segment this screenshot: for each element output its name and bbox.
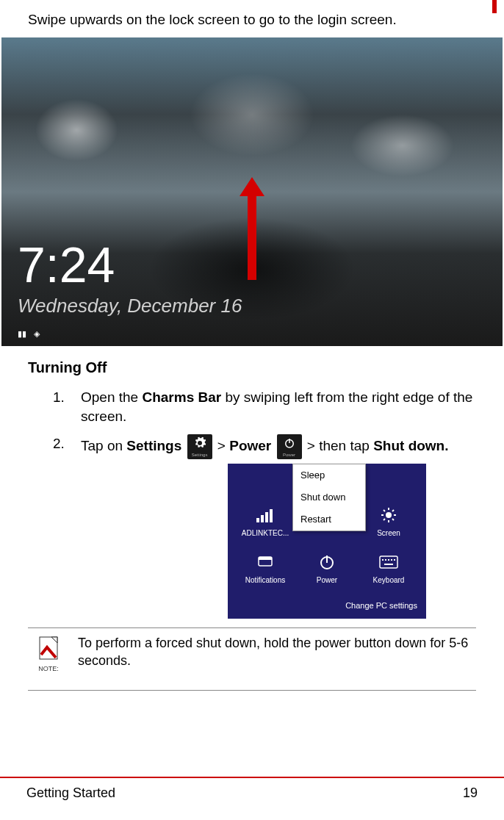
notifications-tile[interactable]: Notifications [237, 552, 294, 586]
power-icon: Power [277, 434, 302, 459]
tile-label: Screen [377, 528, 400, 539]
change-pc-settings-link[interactable]: Change PC settings [237, 600, 417, 611]
svg-rect-21 [380, 556, 397, 568]
power-menu-shutdown[interactable]: Shut down [293, 486, 365, 508]
lockscreen-time: 7:24 [18, 236, 115, 293]
power-menu-sleep[interactable]: Sleep [293, 464, 365, 486]
screen-tile[interactable]: Screen [360, 505, 417, 539]
tile-label: Notifications [245, 575, 285, 586]
page-edge-marker [492, 0, 497, 13]
svg-point-8 [386, 512, 392, 518]
swipe-up-arrow-icon [240, 177, 264, 280]
svg-rect-18 [259, 557, 272, 560]
network-tile[interactable]: ADLINKTEC... [237, 505, 294, 539]
step-body: Open the Charms Bar by swiping left from… [81, 388, 479, 427]
settings-charm-panel: Sleep Shut down Restart ADLINKTEC... [228, 464, 426, 619]
lockscreen-status-icons: ▮▮ ◈ [18, 329, 40, 339]
power-icon [317, 552, 337, 572]
text-bold: Power [229, 438, 271, 453]
icon-label: Settings [187, 452, 212, 458]
svg-rect-25 [391, 559, 392, 561]
text-bold: Shut down. [373, 438, 448, 453]
settings-row-2: Notifications Power Keyboa [237, 552, 417, 586]
svg-rect-23 [385, 559, 386, 561]
svg-line-13 [384, 510, 385, 511]
signal-bars-icon [255, 505, 276, 525]
svg-marker-0 [240, 177, 264, 280]
text-bold: Charms Bar [142, 389, 221, 405]
svg-rect-5 [265, 512, 268, 522]
network-icon: ▮▮ [18, 329, 26, 339]
note-label: NOTE: [31, 665, 66, 672]
step-1: 1. Open the Charms Bar by swiping left f… [53, 388, 479, 427]
svg-rect-4 [261, 515, 264, 522]
svg-line-16 [392, 510, 394, 511]
tile-label: Keyboard [373, 575, 405, 586]
svg-line-15 [384, 519, 385, 520]
lockscreen-image: 7:24 Wednesday, December 16 ▮▮ ◈ [1, 37, 503, 346]
power-tile[interactable]: Power [298, 552, 356, 586]
footer-page-number: 19 [463, 778, 478, 801]
note-block: NOTE: To perform a forced shut down, hol… [28, 627, 476, 691]
tile-label: Power [317, 575, 337, 586]
section-heading: Turning Off [0, 346, 504, 381]
svg-rect-24 [388, 559, 389, 561]
icon-label: Power [277, 452, 302, 458]
notifications-icon [255, 552, 276, 572]
intro-paragraph: Swipe upwards on the lock screen to go t… [0, 0, 504, 37]
svg-line-14 [392, 519, 394, 520]
brightness-icon [378, 505, 399, 525]
step-number: 1. [53, 388, 68, 408]
keyboard-icon [378, 552, 399, 572]
svg-rect-22 [382, 559, 384, 561]
svg-rect-3 [256, 518, 259, 522]
power-popup-menu: Sleep Shut down Restart [292, 464, 366, 532]
page-footer: Getting Started 19 [0, 777, 504, 801]
svg-rect-6 [270, 509, 273, 522]
text: > then tap [307, 438, 373, 453]
footer-section-name: Getting Started [26, 778, 115, 801]
text: > [217, 438, 229, 453]
wifi-icon: ◈ [34, 329, 40, 339]
step-2: 2. Tap on Settings Settings > Power Powe… [53, 434, 479, 619]
step-body: Tap on Settings Settings > Power Power >… [81, 434, 479, 619]
text-bold: Settings [126, 438, 181, 453]
note-text: To perform a forced shut down, hold the … [78, 634, 473, 670]
lockscreen-date: Wednesday, December 16 [18, 295, 242, 317]
power-menu-restart[interactable]: Restart [293, 508, 365, 531]
tile-label: ADLINKTEC... [242, 528, 289, 539]
note-icon: NOTE: [31, 634, 66, 672]
text: Tap on [81, 438, 126, 453]
steps-list: 1. Open the Charms Bar by swiping left f… [0, 388, 504, 619]
settings-icon: Settings [187, 434, 212, 459]
text: Open the [81, 389, 142, 405]
keyboard-tile[interactable]: Keyboard [360, 552, 417, 586]
step-number: 2. [53, 434, 68, 454]
svg-rect-27 [384, 564, 393, 565]
svg-rect-26 [394, 559, 395, 561]
